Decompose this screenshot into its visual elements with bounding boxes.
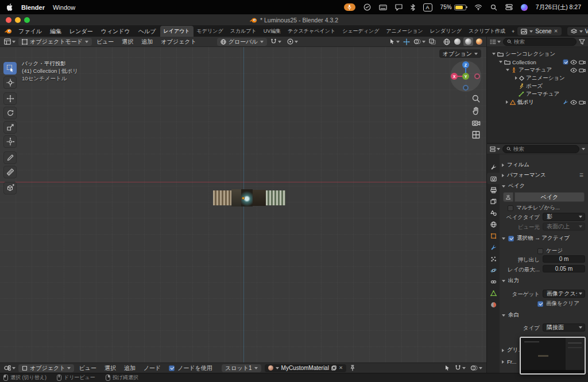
- shader-editor-type-button[interactable]: [2, 365, 17, 371]
- gizmo-axis-x[interactable]: X: [451, 73, 458, 80]
- workspace-tab-texturepaint[interactable]: テクスチャペイント: [284, 26, 339, 37]
- workspace-tab-sculpt[interactable]: スカルプト: [227, 26, 260, 37]
- use-nodes-checkbox[interactable]: [169, 365, 175, 371]
- navigation-gizmo[interactable]: Z X Y: [450, 61, 481, 92]
- collection-checkbox[interactable]: [563, 60, 568, 65]
- shader-menu-view[interactable]: ビュー: [75, 363, 99, 373]
- assistant-icon[interactable]: [521, 4, 528, 11]
- shading-solid-button[interactable]: [452, 37, 462, 46]
- shader-select-tool-icon[interactable]: [443, 365, 452, 371]
- menu-file[interactable]: ファイル: [14, 26, 46, 37]
- tool-scale[interactable]: [3, 121, 17, 134]
- outliner-row-pose[interactable]: ポーズ: [487, 82, 588, 90]
- hide-eye-icon[interactable]: [570, 68, 577, 73]
- shader-overlays-toggle[interactable]: [469, 365, 484, 371]
- scene-unlink-icon[interactable]: ✕: [554, 29, 558, 34]
- tool-cursor[interactable]: [3, 76, 17, 89]
- shader-type-dropdown[interactable]: オブジェクト: [18, 364, 74, 372]
- render-visibility-icon[interactable]: [579, 60, 586, 65]
- menu-window[interactable]: ウィンドウ: [97, 26, 134, 37]
- workspace-tab-scripting[interactable]: スクリプト作成: [465, 26, 509, 37]
- menubar-item-window[interactable]: Window: [53, 4, 75, 11]
- outliner-search-input[interactable]: [514, 38, 572, 45]
- workspace-tab-rendering[interactable]: レンダリング: [427, 26, 465, 37]
- viewport-menu-object[interactable]: オブジェクト: [157, 37, 199, 46]
- spotlight-search-icon[interactable]: [490, 4, 497, 11]
- scene-selector[interactable]: Scene ✕: [517, 27, 561, 36]
- gizmo-axis-z[interactable]: Z: [462, 61, 469, 68]
- modifier-wrench-icon[interactable]: [563, 99, 568, 105]
- properties-search-input[interactable]: [513, 146, 575, 152]
- add-workspace-button[interactable]: +: [509, 26, 517, 37]
- menu-edit[interactable]: 編集: [46, 26, 65, 37]
- viewport-editor-type-button[interactable]: [2, 38, 17, 45]
- gizmo-axis-x-neg[interactable]: [474, 73, 480, 79]
- tab-modifiers[interactable]: [487, 241, 500, 253]
- menu-render[interactable]: レンダー: [65, 26, 97, 37]
- tool-transform[interactable]: [3, 135, 17, 148]
- material-selector[interactable]: MyCustomMaterial ✕: [265, 364, 346, 372]
- outliner-row-armature-data[interactable]: アーマチュア: [487, 90, 588, 98]
- tool-move[interactable]: [3, 92, 17, 105]
- tab-view-layer[interactable]: [487, 196, 500, 207]
- hide-eye-icon[interactable]: [570, 60, 577, 65]
- tab-output[interactable]: [487, 184, 500, 196]
- menu-help[interactable]: ヘルプ: [134, 26, 160, 37]
- tool-measure[interactable]: [3, 166, 17, 178]
- expand-chevron-icon[interactable]: [499, 61, 502, 63]
- tab-material[interactable]: [487, 299, 500, 310]
- tab-constraints[interactable]: [487, 276, 500, 287]
- expand-chevron-icon[interactable]: [506, 69, 509, 71]
- preset-menu-icon[interactable]: ☰: [579, 173, 583, 178]
- viewport-pan-button[interactable]: [471, 106, 481, 115]
- bake-type-dropdown[interactable]: 影: [543, 213, 585, 221]
- input-source-badge[interactable]: A: [423, 3, 432, 11]
- properties-search[interactable]: [502, 145, 579, 153]
- viewport-zoom-button[interactable]: [471, 94, 481, 103]
- clear-image-checkbox[interactable]: [537, 301, 543, 307]
- viewport-canvas[interactable]: バック・平行投影 (41) Collection | 低ポリ 10センチメートル…: [0, 47, 486, 362]
- viewport-menu-add[interactable]: 追加: [138, 37, 156, 46]
- xray-toggle[interactable]: [428, 38, 437, 45]
- gizmo-axis-y[interactable]: Y: [462, 73, 469, 80]
- render-visibility-icon[interactable]: [579, 68, 586, 73]
- margin-type-dropdown[interactable]: 隣接面: [543, 323, 585, 332]
- outliner-filter-icon[interactable]: [579, 39, 585, 45]
- shading-wireframe-button[interactable]: [442, 37, 451, 46]
- bake-icon-button[interactable]: [503, 192, 513, 202]
- shader-menu-select[interactable]: 選択: [101, 363, 119, 373]
- transform-orientation-dropdown[interactable]: グローバル: [217, 38, 267, 46]
- shader-snap-toggle[interactable]: [453, 365, 467, 371]
- menubar-app-name[interactable]: Blender: [21, 4, 45, 11]
- extrusion-field[interactable]: 0 m: [543, 255, 585, 263]
- mode-dropdown[interactable]: オブジェクトモード: [18, 38, 92, 46]
- shading-rendered-button[interactable]: [474, 37, 484, 46]
- tool-rotate[interactable]: [3, 107, 17, 119]
- wifi-icon[interactable]: [474, 4, 482, 10]
- chat-icon[interactable]: [395, 4, 403, 11]
- workspace-tab-shading[interactable]: シェーディング: [339, 26, 382, 37]
- outliner-row-lowpoly-mesh[interactable]: 低ポリ: [487, 98, 588, 106]
- workspace-tab-modeling[interactable]: モデリング: [194, 26, 227, 37]
- keyboard-icon[interactable]: [379, 5, 387, 10]
- properties-editor-type-button[interactable]: [490, 146, 500, 152]
- section-output[interactable]: 出力: [502, 277, 519, 284]
- section-bake[interactable]: ベイク: [502, 182, 525, 190]
- shading-material-button[interactable]: [463, 37, 473, 46]
- snap-toggle[interactable]: [268, 38, 284, 45]
- collapse-chevron-icon[interactable]: [515, 76, 517, 80]
- properties-options-chevron-icon[interactable]: [582, 148, 585, 150]
- tab-object[interactable]: [487, 230, 500, 241]
- tab-world[interactable]: [487, 219, 500, 230]
- workspace-tab-layout[interactable]: レイアウト: [160, 26, 194, 37]
- outliner-search[interactable]: [503, 38, 577, 46]
- gizmo-axis-z-neg[interactable]: [463, 85, 469, 91]
- proportional-edit-toggle[interactable]: [285, 38, 300, 45]
- from-multires-checkbox[interactable]: [508, 205, 513, 211]
- bluetooth-icon[interactable]: [411, 4, 415, 11]
- tab-object-data[interactable]: [487, 287, 500, 299]
- target-dropdown[interactable]: 画像テクスチャ: [543, 290, 585, 298]
- tool-annotate[interactable]: [3, 151, 17, 164]
- material-slot-dropdown[interactable]: スロット1: [222, 364, 261, 372]
- workspace-tab-uv[interactable]: UV編集: [260, 26, 285, 37]
